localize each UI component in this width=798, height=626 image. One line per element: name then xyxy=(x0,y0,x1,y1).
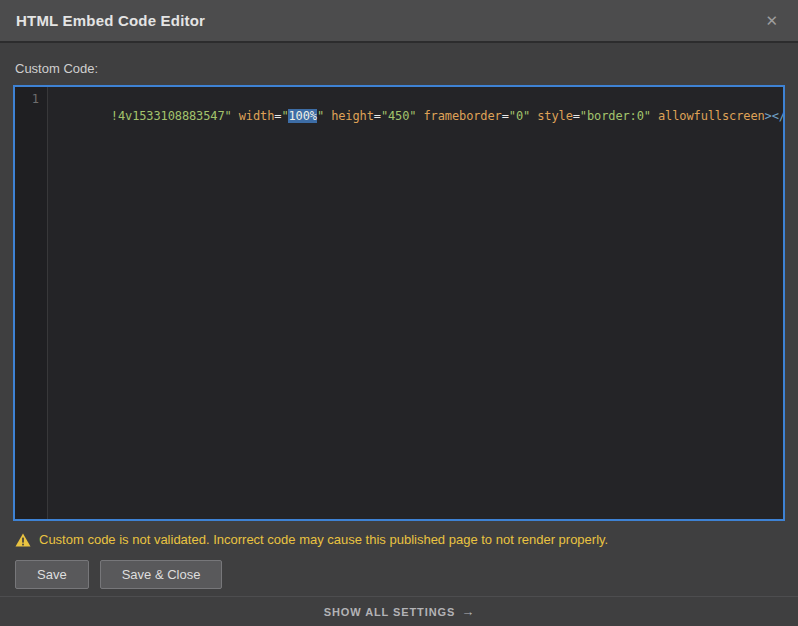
code-token: = xyxy=(502,109,509,123)
code-token: style xyxy=(537,109,573,123)
code-token: = xyxy=(573,109,580,123)
dialog-footer: SHOW ALL SETTINGS → xyxy=(0,596,798,626)
code-token: allowfullscreen xyxy=(658,109,765,123)
code-line: !4v1533108883547" width="100%" height="4… xyxy=(111,109,783,123)
html-embed-dialog: HTML Embed Code Editor ✕ Custom Code: 1 … xyxy=(0,0,798,589)
code-token xyxy=(651,109,658,123)
code-input-area[interactable]: !4v1533108883547" width="100%" height="4… xyxy=(48,87,783,519)
code-token: " xyxy=(317,109,324,123)
save-button[interactable]: Save xyxy=(15,560,89,589)
validation-warning: Custom code is not validated. Incorrect … xyxy=(15,532,783,547)
code-token xyxy=(416,109,423,123)
selected-code-token: 100% xyxy=(288,109,316,123)
show-all-settings-link[interactable]: SHOW ALL SETTINGS → xyxy=(324,604,474,619)
dialog-titlebar: HTML Embed Code Editor ✕ xyxy=(0,0,798,43)
code-token: width xyxy=(239,109,275,123)
editor-gutter: 1 xyxy=(15,87,48,519)
right-arrow-icon: → xyxy=(461,604,474,619)
code-token: frameborder xyxy=(424,109,502,123)
show-all-settings-label: SHOW ALL SETTINGS xyxy=(324,606,455,618)
code-token: "border:0" xyxy=(580,109,651,123)
code-token xyxy=(232,109,239,123)
warning-text: Custom code is not validated. Incorrect … xyxy=(39,532,608,547)
warning-icon xyxy=(15,533,31,547)
code-token: "450" xyxy=(381,109,417,123)
line-number: 1 xyxy=(32,92,39,106)
code-token: !4v1533108883547" xyxy=(111,109,232,123)
code-token: ></iframe> xyxy=(765,109,783,123)
close-icon[interactable]: ✕ xyxy=(761,9,782,32)
code-editor[interactable]: 1 !4v1533108883547" width="100%" height=… xyxy=(13,85,785,521)
custom-code-label: Custom Code: xyxy=(15,61,783,76)
dialog-title: HTML Embed Code Editor xyxy=(16,12,205,29)
code-token: "0" xyxy=(509,109,530,123)
save-and-close-button[interactable]: Save & Close xyxy=(100,560,223,589)
code-token: = xyxy=(374,109,381,123)
dialog-actions: Save Save & Close xyxy=(15,560,783,589)
code-token: height xyxy=(331,109,374,123)
